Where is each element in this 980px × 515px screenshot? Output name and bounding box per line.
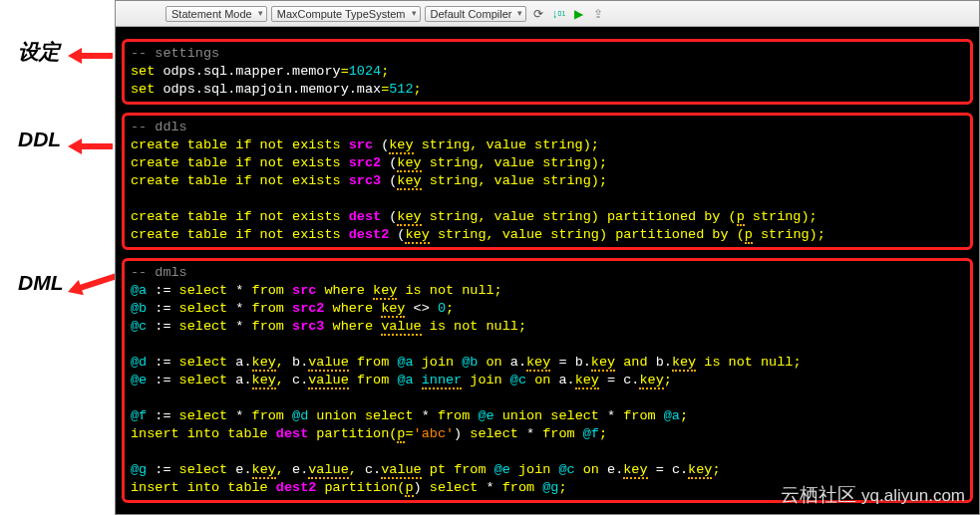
label-dml: DML (18, 271, 64, 295)
dropdown-statement-mode[interactable]: Statement Mode (165, 6, 267, 22)
svg-marker-0 (68, 48, 113, 64)
code-area[interactable]: -- settings set odps.sql.mapper.memory=1… (116, 27, 979, 514)
code-block-settings: -- settings set odps.sql.mapper.memory=1… (122, 39, 973, 105)
watermark: 云栖社区 yq.aliyun.com (781, 482, 965, 508)
svg-marker-1 (68, 138, 113, 154)
upload-icon[interactable]: ⇪ (590, 6, 606, 22)
editor-pane: Statement Mode MaxCompute TypeSystem Def… (115, 0, 980, 515)
code-block-dml: -- dmls @a := select * from src where ke… (122, 258, 973, 503)
label-ddl: DDL (18, 128, 61, 151)
code-block-ddl: -- ddls create table if not exists src (… (122, 113, 973, 250)
refresh-icon[interactable]: ⟳ (530, 6, 546, 22)
arrow-icon (68, 136, 113, 156)
toolbar: Statement Mode MaxCompute TypeSystem Def… (116, 1, 979, 27)
sidebar: 设定 DDL DML (0, 0, 115, 515)
sort-icon[interactable]: ↓01 (550, 6, 566, 22)
label-settings: 设定 (18, 38, 60, 66)
dropdown-typesystem[interactable]: MaxCompute TypeSystem (271, 6, 421, 22)
arrow-icon (68, 46, 113, 66)
dropdown-compiler[interactable]: Default Compiler (425, 6, 527, 22)
run-icon[interactable]: ▶ (570, 6, 586, 22)
